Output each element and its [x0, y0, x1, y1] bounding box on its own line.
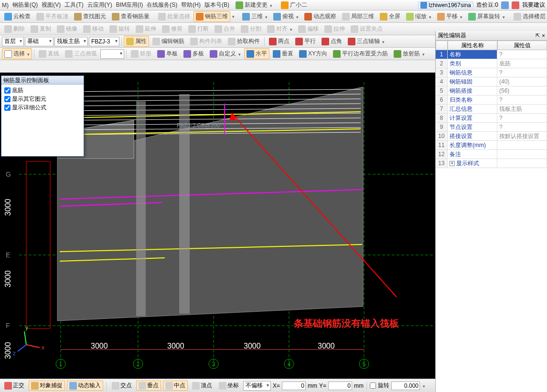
- dyn-view-button[interactable]: 动态观察: [302, 11, 339, 22]
- rect-button[interactable]: 矩形: [129, 48, 154, 59]
- floor-combo[interactable]: 首层: [2, 37, 24, 46]
- fullscreen-button[interactable]: 全屏: [377, 11, 403, 22]
- col-name[interactable]: 属性名称: [448, 41, 497, 50]
- property-row[interactable]: 2类别底筋: [436, 59, 547, 68]
- perp-snap[interactable]: 垂点: [136, 381, 161, 391]
- prop-value[interactable]: [497, 159, 547, 168]
- property-row[interactable]: 12备注: [436, 150, 547, 159]
- property-row[interactable]: 11长度调整(mm): [436, 141, 547, 150]
- menu-m[interactable]: M): [2, 2, 9, 9]
- ortho-toggle[interactable]: 正交: [2, 381, 27, 391]
- three-pt-aux-button[interactable]: 三点辅轴: [345, 36, 387, 47]
- stretch-button[interactable]: 拉伸: [322, 23, 347, 34]
- multi-button[interactable]: 多板: [181, 48, 206, 59]
- set-grip-button[interactable]: 设置夹点: [348, 23, 385, 34]
- prop-value[interactable]: ?: [497, 68, 547, 77]
- horizontal-button[interactable]: 水平: [244, 48, 269, 59]
- feedback-button[interactable]: 我要建议: [522, 1, 545, 9]
- parallel-edge-button[interactable]: 平行边布置受力筋: [331, 48, 390, 59]
- find-ent-button[interactable]: 查找图元: [72, 11, 108, 22]
- item-combo[interactable]: FBZJ-3: [89, 37, 119, 46]
- prop-value[interactable]: (40): [497, 77, 547, 86]
- property-row[interactable]: 13+显示样式: [436, 159, 547, 168]
- dyninput-toggle[interactable]: 动态输入: [67, 381, 103, 391]
- col-val[interactable]: 属性值: [497, 41, 547, 50]
- menu-cloud[interactable]: 云应用(Y): [87, 1, 112, 9]
- split-button[interactable]: 分割: [238, 23, 264, 34]
- menu-rebarqty[interactable]: 钢筋量(Q): [12, 1, 38, 9]
- close-icon[interactable]: ×: [542, 32, 545, 39]
- pan-button[interactable]: 平移: [435, 11, 465, 22]
- prop-value[interactable]: 底筋: [497, 59, 547, 68]
- mid-snap[interactable]: 中点: [163, 381, 188, 391]
- menu-tools[interactable]: 工具(T): [64, 1, 83, 9]
- offset-combo[interactable]: 不偏移: [243, 381, 271, 391]
- subcategory-combo[interactable]: 筏板主筋: [54, 37, 88, 46]
- extend-button[interactable]: 延伸: [133, 23, 159, 34]
- rotate-checkbox[interactable]: [370, 382, 376, 389]
- merge-button[interactable]: 合并: [212, 23, 237, 34]
- prop-value[interactable]: 按默认搭接设置: [497, 132, 547, 141]
- x-input[interactable]: [282, 381, 306, 390]
- new-change-button[interactable]: 新建变更: [233, 0, 275, 11]
- cross-snap[interactable]: 交点: [109, 381, 134, 391]
- xy-dir-button[interactable]: XY方向: [297, 48, 330, 59]
- select-tool-button[interactable]: 选择: [2, 48, 32, 59]
- delete-button[interactable]: 删除: [2, 23, 27, 34]
- prop-value[interactable]: [497, 150, 547, 159]
- menu-version[interactable]: 版本号(B): [204, 1, 229, 9]
- parallel-button[interactable]: 平行: [293, 36, 318, 47]
- dropdown-icon[interactable]: [231, 13, 236, 21]
- break-button[interactable]: 打断: [186, 23, 211, 34]
- move-button[interactable]: 移动: [81, 23, 106, 34]
- menu-bim[interactable]: BIM应用(I): [116, 1, 143, 9]
- bell-icon[interactable]: [501, 1, 509, 9]
- trim-button[interactable]: 修剪: [160, 23, 185, 34]
- rebar-3d-button[interactable]: 钢筋三维: [193, 11, 230, 22]
- property-row[interactable]: 10搭接设置按默认搭接设置: [436, 132, 547, 141]
- batch-select-button[interactable]: 批量选择: [156, 11, 193, 22]
- two-point-button[interactable]: 两点: [267, 36, 292, 47]
- properties-button[interactable]: 属性: [124, 36, 149, 47]
- y-input[interactable]: [328, 381, 352, 390]
- prop-value[interactable]: ?: [497, 114, 547, 123]
- osnap-toggle[interactable]: 对象捕捉: [29, 381, 65, 391]
- single-button[interactable]: 单板: [155, 48, 180, 59]
- rebar-display-panel[interactable]: 钢筋显示控制面板 底筋 显示其它图元 显示详细公式: [1, 75, 84, 157]
- coord-snap[interactable]: 坐标: [216, 381, 241, 391]
- local-3d-button[interactable]: 局部三维: [340, 11, 376, 22]
- copy-button[interactable]: 复制: [28, 23, 54, 34]
- property-row[interactable]: 7汇总信息筏板主筋: [436, 105, 547, 114]
- custom-button[interactable]: 自定义: [207, 48, 243, 59]
- pick-ent-button[interactable]: 拾取构件: [225, 36, 262, 47]
- radiate-button[interactable]: 放射筋: [391, 48, 427, 59]
- align-button[interactable]: 对齐: [265, 23, 295, 34]
- view-rebar-qty-button[interactable]: 查看钢筋量: [109, 11, 152, 22]
- user-badge[interactable]: lzhiwen1967sina: [418, 1, 473, 9]
- ent-list-button[interactable]: 构件列表: [188, 36, 225, 47]
- property-row[interactable]: 3钢筋信息?: [436, 68, 547, 77]
- cloud-check-button[interactable]: 云检查: [2, 11, 33, 22]
- angle-button[interactable]: 点角: [319, 36, 344, 47]
- prop-value[interactable]: ?: [497, 95, 547, 105]
- select-floor-button[interactable]: 选择楼层: [511, 11, 547, 22]
- offset-button[interactable]: 偏移: [296, 23, 321, 34]
- screen-rotate-button[interactable]: 屏幕旋转: [466, 11, 507, 22]
- vertex-snap[interactable]: 顶点: [190, 381, 215, 391]
- menu-view[interactable]: 视图(V): [42, 1, 61, 9]
- chk-show-formula[interactable]: 显示详细公式: [4, 104, 81, 112]
- rotate-input[interactable]: [391, 381, 420, 390]
- prop-value[interactable]: [497, 141, 547, 150]
- property-row[interactable]: 1名称?: [436, 50, 547, 59]
- chk-show-other[interactable]: 显示其它图元: [4, 95, 81, 103]
- overlook-button[interactable]: 俯视: [271, 11, 301, 22]
- property-row[interactable]: 4钢筋锚固(40): [436, 77, 547, 86]
- property-row[interactable]: 5钢筋搭接(56): [436, 86, 547, 95]
- menu-help[interactable]: 帮助(H): [181, 1, 201, 9]
- property-row[interactable]: 8计算设置?: [436, 114, 547, 123]
- flat-top-button[interactable]: 平齐板顶: [34, 11, 71, 22]
- property-panel-title[interactable]: 属性编辑器⇱×: [436, 31, 547, 41]
- rebar-panel-title[interactable]: 钢筋显示控制面板: [1, 76, 84, 85]
- prop-value[interactable]: ?: [497, 123, 547, 132]
- arc-button[interactable]: 三点画弧: [63, 48, 99, 59]
